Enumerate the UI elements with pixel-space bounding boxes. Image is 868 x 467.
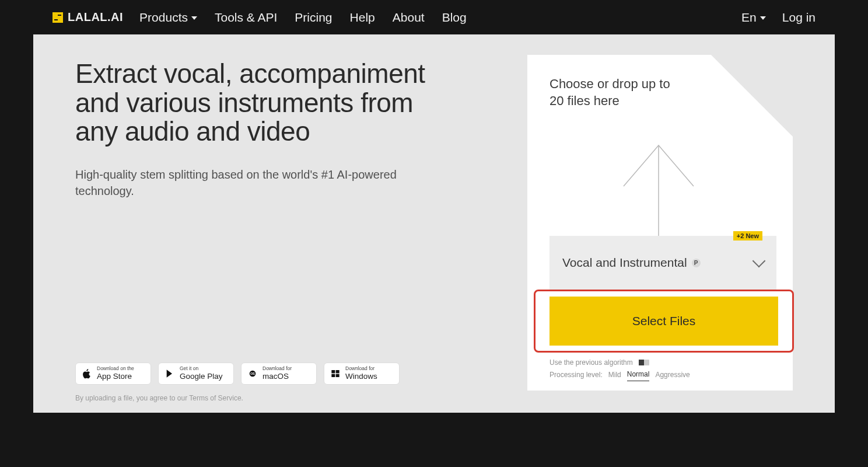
prev-algo-toggle[interactable] (639, 360, 649, 365)
svg-rect-4 (331, 374, 335, 377)
dl-top: Download on the (97, 366, 134, 371)
dl-top: Download for (345, 366, 377, 371)
headline: Extract vocal, accompaniment and various… (75, 60, 425, 147)
language-label: En (741, 11, 757, 25)
chevron-down-icon (752, 255, 766, 268)
dl-bottom: Windows (345, 372, 377, 381)
download-buttons: Download on the App Store Get it on Goog… (75, 363, 400, 385)
select-files-button[interactable]: Select Files (550, 297, 778, 346)
prev-algo-label: Use the previous algorithm (550, 357, 633, 368)
svg-rect-2 (331, 370, 335, 373)
tos-prefix: By uploading a file, you agree to our (75, 394, 189, 402)
drop-instruction: Choose or drop up to 20 files here (550, 76, 678, 109)
svg-rect-5 (336, 374, 340, 377)
login-link[interactable]: Log in (782, 11, 816, 25)
right-nav: En Log in (741, 11, 816, 25)
download-windows[interactable]: Download for Windows (324, 363, 400, 385)
primary-nav: Products Tools & API Pricing Help About … (139, 11, 467, 25)
processing-aggressive[interactable]: Aggressive (655, 369, 690, 381)
stem-selector[interactable]: +2 New Vocal and Instrumental P (550, 236, 776, 290)
chevron-down-icon (760, 16, 766, 20)
nav-products[interactable]: Products (139, 11, 197, 25)
page-fold-icon (711, 55, 793, 137)
hero-copy: Extract vocal, accompaniment and various… (75, 55, 425, 401)
chevron-down-icon (191, 16, 197, 20)
logo-icon (52, 12, 63, 23)
upload-panel: Choose or drop up to 20 files here +2 Ne… (527, 55, 793, 401)
upload-arrow-icon (618, 140, 699, 236)
dl-top: Download for (262, 366, 292, 371)
new-badge: +2 New (733, 231, 762, 241)
svg-rect-3 (336, 370, 340, 373)
processing-normal[interactable]: Normal (627, 368, 650, 381)
dl-top: Get it on (180, 366, 223, 371)
select-files-highlight: Select Files (534, 290, 794, 353)
dl-bottom: macOS (262, 372, 292, 381)
apple-icon (82, 368, 92, 379)
dl-bottom: App Store (97, 372, 134, 381)
language-switcher[interactable]: En (741, 11, 766, 25)
download-googleplay[interactable]: Get it on Google Play (158, 363, 234, 385)
nav-about[interactable]: About (393, 11, 425, 25)
windows-icon (330, 368, 341, 379)
tos-suffix: . (242, 394, 243, 402)
upload-options: Use the previous algorithm Processing le… (550, 357, 690, 381)
top-nav: LALAL.AI Products Tools & API Pricing He… (0, 0, 868, 34)
nav-pricing[interactable]: Pricing (295, 11, 332, 25)
select-files-label: Select Files (632, 314, 696, 328)
info-p-icon: P (692, 259, 701, 267)
macos-icon: OS (247, 368, 258, 379)
processing-mild[interactable]: Mild (608, 369, 621, 381)
download-macos[interactable]: OS Download for macOS (241, 363, 317, 385)
logo[interactable]: LALAL.AI (52, 11, 123, 24)
tos-link[interactable]: Terms of Service (189, 394, 241, 402)
dl-bottom: Google Play (180, 372, 223, 381)
svg-text:OS: OS (250, 372, 255, 375)
download-appstore[interactable]: Download on the App Store (75, 363, 151, 385)
nav-blog[interactable]: Blog (442, 11, 467, 25)
upload-card[interactable]: Choose or drop up to 20 files here +2 Ne… (527, 55, 793, 391)
subheadline: High-quality stem splitting based on the… (75, 166, 425, 199)
play-icon (164, 368, 175, 379)
nav-tools[interactable]: Tools & API (215, 11, 277, 25)
logo-text: LALAL.AI (68, 11, 123, 24)
nav-products-label: Products (139, 11, 188, 25)
tos-note: By uploading a file, you agree to our Te… (75, 394, 243, 402)
nav-help[interactable]: Help (350, 11, 375, 25)
processing-level-label: Processing level: (550, 369, 603, 381)
stem-selected-label: Vocal and Instrumental (562, 256, 687, 270)
hero-section: Extract vocal, accompaniment and various… (33, 34, 835, 413)
